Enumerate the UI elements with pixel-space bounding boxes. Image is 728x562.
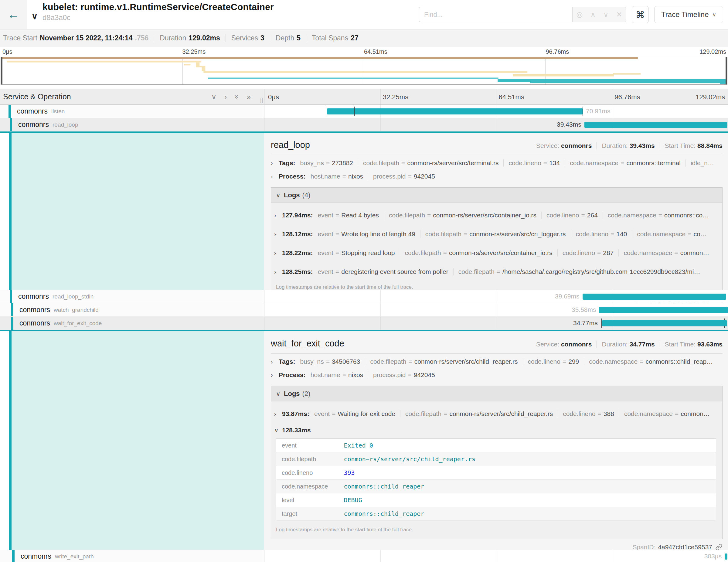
log-entry-expanded-header[interactable]: ∨ 128.33ms [274, 423, 717, 437]
tags-row[interactable]: › Tags: busy_ns=34506763 code.filepath=c… [271, 355, 723, 368]
log-entry[interactable]: › 128.22ms: event=Stopping read loop cod… [274, 244, 717, 262]
keyboard-shortcuts-button[interactable]: ⌘ [632, 6, 649, 23]
log-entry[interactable]: › 93.87ms: event=Waiting for exit code c… [274, 404, 717, 423]
logs-header[interactable]: ∨ Logs (2) [271, 386, 722, 401]
equals-sign: = [611, 230, 614, 238]
back-button[interactable]: ← [0, 0, 27, 29]
process-row[interactable]: › Process: host.name=nixos process.pid=9… [271, 368, 723, 382]
collapse-one-icon[interactable]: ∨ [211, 93, 217, 101]
view-selector-label: Trace Timeline [661, 10, 709, 19]
span-bar[interactable] [583, 294, 726, 300]
minimap-canvas[interactable] [1, 57, 727, 85]
equals-sign: = [621, 159, 624, 167]
equals-sign: = [640, 358, 643, 365]
minimap-right-scrubber[interactable] [726, 57, 727, 84]
clear-search-icon[interactable]: ✕ [616, 10, 622, 19]
page-title: kubelet: runtime.v1.RuntimeService/Creat… [43, 2, 419, 12]
trace-start-label: Trace Start [3, 34, 37, 42]
service-color-accent [11, 303, 13, 316]
span-detail-title: read_loop [271, 140, 310, 150]
tags-row[interactable]: › Tags: busy_ns=273882 code.filepath=con… [271, 156, 723, 170]
prev-match-icon[interactable]: ∧ [590, 10, 596, 19]
span-detail-wait-for-exit-code: wait_for_exit_code Service:conmonrs Dura… [0, 330, 728, 550]
log-key: event [318, 249, 333, 257]
equals-sign: = [688, 230, 691, 238]
log-value: /home/sascha/.cargo/registry/src/github.… [502, 268, 700, 275]
tag-key: busy_ns [300, 159, 324, 167]
chevron-down-icon: ∨ [276, 390, 280, 397]
logs-header[interactable]: ∨ Logs (4) [271, 188, 722, 203]
divider [270, 34, 270, 42]
span-duration-label: 34.77ms [573, 319, 598, 327]
equals-sign: = [427, 212, 431, 219]
process-key: host.name [311, 173, 340, 180]
next-match-icon[interactable]: ∨ [603, 10, 609, 19]
span-row-listen[interactable]: conmonrs listen 70.91ms [0, 105, 728, 118]
chevron-down-icon: ∨ [276, 192, 280, 199]
span-bar[interactable] [602, 320, 727, 326]
total-spans-value: 27 [351, 34, 359, 42]
span-row-write-exit-path[interactable]: conmonrs write_exit_path 303μs [0, 550, 728, 562]
operation-name: listen [51, 108, 65, 115]
divider [660, 341, 660, 348]
field-key: code.lineno [276, 466, 338, 480]
span-bar[interactable] [584, 122, 728, 128]
locate-icon[interactable]: ◎ [577, 10, 583, 19]
tag-value: 273882 [332, 159, 353, 167]
divider [271, 353, 723, 354]
span-bar[interactable] [327, 108, 583, 114]
expand-all-icon[interactable]: » [247, 93, 251, 101]
field-value: conmonrs::child_reaper [338, 480, 716, 493]
minimap-left-scrubber[interactable] [1, 57, 2, 84]
view-selector-button[interactable]: Trace Timeline ∨ [654, 6, 723, 23]
equals-sign: = [408, 371, 411, 379]
service-label: Service: [536, 341, 559, 348]
span-row-read-loop[interactable]: conmonrs read_loop 39.43ms [0, 118, 728, 131]
column-resize-handle[interactable]: || [260, 97, 264, 103]
divider [226, 34, 226, 42]
log-entry[interactable]: › 128.25ms: event=deregistering event so… [274, 262, 717, 281]
field-key: code.filepath [276, 452, 338, 466]
tick-label: 129.02ms [696, 93, 725, 101]
log-timestamp: 128.22ms: [282, 249, 313, 257]
collapse-all-icon[interactable]: » [233, 95, 241, 99]
table-row: code.namespace conmonrs::child_reaper [276, 480, 716, 493]
process-label: Process: [279, 173, 306, 180]
service-name: conmonrs [17, 107, 48, 115]
span-duration-label: 35.58ms [572, 306, 596, 313]
span-duration-label: 39.43ms [557, 121, 581, 128]
log-key: event [318, 268, 333, 275]
span-row-wait-for-exit-code[interactable]: conmonrs wait_for_exit_code 34.77ms [0, 317, 728, 330]
chevron-right-icon: › [274, 231, 278, 238]
services-label: Services [231, 34, 258, 42]
depth-value: 5 [297, 34, 301, 42]
field-value: conmonrs::child_reaper [338, 507, 716, 521]
tag-key: code.lineno [509, 159, 541, 167]
logs-label: Logs [284, 191, 300, 199]
trace-start-fraction: .756 [135, 34, 149, 42]
process-key: host.name [311, 371, 340, 379]
chevron-right-icon: › [271, 160, 275, 167]
span-row-watch-grandchild[interactable]: conmonrs watch_grandchild 35.58ms [0, 303, 728, 317]
detail-gutter [0, 331, 9, 550]
span-detail-read-loop: read_loop Service:conmonrs Duration:39.4… [0, 131, 728, 290]
span-row-read-loop-stdin[interactable]: conmonrs read_loop_stdin 39.69ms [0, 290, 728, 303]
log-value: conmon-rs/server/src/container_io.rs [449, 249, 553, 257]
service-color-accent [11, 317, 13, 330]
table-row: code.lineno 393 [276, 466, 716, 480]
log-value: 140 [616, 230, 627, 238]
duration-value: 39.43ms [630, 142, 655, 149]
span-bar[interactable] [725, 553, 727, 560]
equals-sign: = [401, 159, 405, 167]
trace-collapse-toggle[interactable]: ∨ [27, 0, 43, 29]
equals-sign: = [581, 212, 585, 219]
log-entry[interactable]: › 128.12ms: event=Wrote log line of leng… [274, 225, 717, 244]
trace-view: ← ∨ kubelet: runtime.v1.RuntimeService/C… [0, 0, 728, 562]
expand-one-icon[interactable]: › [224, 93, 227, 101]
find-input[interactable] [419, 7, 572, 22]
process-row[interactable]: › Process: host.name=nixos process.pid=9… [271, 170, 723, 183]
span-bar[interactable] [599, 307, 728, 313]
log-entry[interactable]: › 127.94ms: event=Read 4 bytes code.file… [274, 206, 717, 225]
find-tools: ◎ ∧ ∨ ✕ [572, 7, 626, 22]
tick-label: 129.02ms [699, 48, 726, 55]
